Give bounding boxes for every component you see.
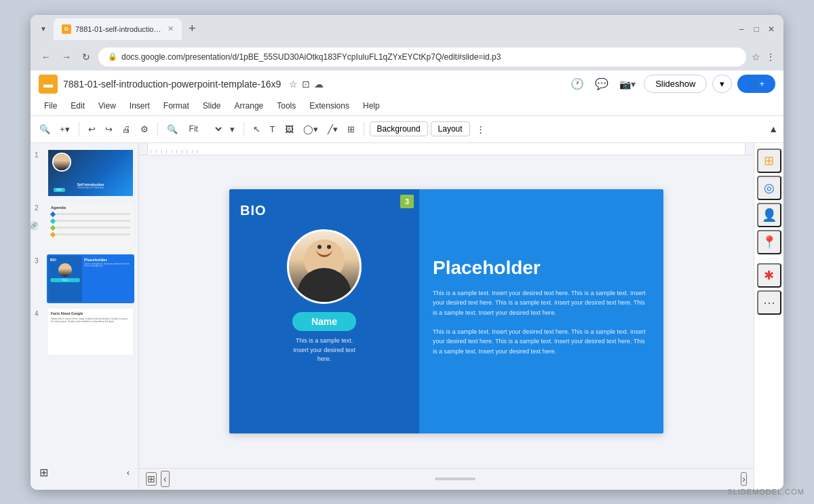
keep-icon-btn[interactable]: ◎ xyxy=(757,176,781,200)
menu-arrange[interactable]: Arrange xyxy=(229,100,269,112)
layout-button[interactable]: Layout xyxy=(431,121,470,136)
browser-window: ▼ G 7881-01-self-introduction-pow... ✕ +… xyxy=(31,15,783,490)
maximize-button[interactable]: □ xyxy=(751,24,762,35)
zoom-out-btn[interactable]: 🔍 xyxy=(36,121,54,137)
menu-tools[interactable]: Tools xyxy=(271,100,301,112)
image-btn[interactable]: 🖼 xyxy=(282,121,297,137)
watermark: SLIDEMODEL.COM xyxy=(727,488,805,496)
star-icon[interactable]: ☆ xyxy=(289,79,298,90)
new-tab-button[interactable]: + xyxy=(185,20,200,37)
slides-panel-bottom: ⊞ ‹ xyxy=(35,461,134,484)
bottom-center xyxy=(435,478,476,480)
slideshow-label: Slideshow xyxy=(655,79,695,89)
share-icon: 👤+ xyxy=(748,79,764,89)
slide-number-1: 1 xyxy=(35,151,44,159)
share-button[interactable]: 👤+ xyxy=(737,75,775,93)
shape-btn[interactable]: ◯▾ xyxy=(300,121,322,137)
tab-close-btn[interactable]: ✕ xyxy=(168,24,174,33)
menu-view[interactable]: View xyxy=(93,100,121,112)
browser-titlebar: ▼ G 7881-01-self-introduction-pow... ✕ +… xyxy=(31,15,783,43)
tab-favicon: G xyxy=(62,24,71,34)
active-tab[interactable]: G 7881-01-self-introduction-pow... ✕ xyxy=(54,18,182,40)
back-button[interactable]: ← xyxy=(39,50,54,64)
explore-icon-btn[interactable]: ⊞ xyxy=(757,149,781,173)
grid-view-bottom-btn[interactable]: ⊞ xyxy=(146,472,157,486)
slide4-title: Facts About Google xyxy=(51,311,130,315)
docs-menu-bar: File Edit View Insert Format Slide Arran… xyxy=(39,96,775,115)
slide-left-panel: BIO 3 xyxy=(229,189,419,433)
slide-number-2: 2 xyxy=(35,204,44,212)
paint-format-btn[interactable]: ⚙ xyxy=(137,121,152,137)
comment-icon-btn[interactable]: 💬 xyxy=(592,76,611,92)
apps-icon-btn[interactable]: ✱ xyxy=(757,263,781,288)
menu-edit[interactable]: Edit xyxy=(65,100,90,112)
prev-slide-btn[interactable]: ‹ xyxy=(123,465,133,480)
present-btn[interactable]: 📷▾ xyxy=(617,77,638,91)
undo-btn[interactable]: ↩ xyxy=(85,121,99,137)
next-slide-btn[interactable]: › xyxy=(741,472,747,486)
print-btn[interactable]: 🖨 xyxy=(119,121,134,137)
bookmark-button[interactable]: ☆ xyxy=(752,52,760,62)
forward-button[interactable]: → xyxy=(59,50,74,64)
toolbar-sep-4 xyxy=(364,122,364,136)
slide-item-3[interactable]: 3 BIO Name Placehold xyxy=(35,254,134,303)
bottom-bar: ⊞ ‹ › xyxy=(139,468,754,490)
menu-file[interactable]: File xyxy=(39,100,62,112)
zoom-dropdown-btn[interactable]: ▾ xyxy=(227,121,238,137)
folder-icon[interactable]: ⊡ xyxy=(302,79,310,90)
slide-item-1[interactable]: 1 Self Introduction PRESENTATION TEMPLAT… xyxy=(35,149,134,197)
history-icon-btn[interactable]: 🕐 xyxy=(568,76,587,92)
menu-format[interactable]: Format xyxy=(158,100,195,112)
slideshow-button[interactable]: Slideshow xyxy=(644,75,707,93)
reload-button[interactable]: ↻ xyxy=(79,50,93,64)
line-btn[interactable]: ╱▾ xyxy=(324,121,341,137)
slide-number-4: 4 xyxy=(35,310,44,317)
menu-extensions[interactable]: Extensions xyxy=(304,100,355,112)
slide1-preview: Self Introduction PRESENTATION TEMPLATE … xyxy=(48,150,133,196)
browser-more-button[interactable]: ⋮ xyxy=(766,52,775,62)
more-sidebar-btn[interactable]: ⋯ xyxy=(757,290,781,315)
background-button[interactable]: Background xyxy=(370,121,428,136)
tasks-icon-btn[interactable]: 👤 xyxy=(757,203,781,227)
calendar-icon-btn[interactable]: 📍 xyxy=(757,230,781,254)
zoom-btn[interactable]: 🔍 xyxy=(163,121,181,137)
more-toolbar-btn[interactable]: ⋮ xyxy=(473,121,488,137)
slideshow-dropdown-btn[interactable]: ▾ xyxy=(712,75,732,93)
main-slide-3[interactable]: BIO 3 xyxy=(229,189,663,433)
slide2-preview: Agenda xyxy=(48,203,133,249)
bio-label: BIO xyxy=(240,203,267,218)
link-btn[interactable]: ⊞ xyxy=(344,121,358,137)
slide-item-4[interactable]: 4 Facts About Google Simply click on a p… xyxy=(35,307,134,356)
menu-slide[interactable]: Slide xyxy=(197,100,227,112)
close-button[interactable]: ✕ xyxy=(766,24,777,35)
slide-canvas[interactable]: BIO 3 xyxy=(139,155,754,468)
prev-slide-bottom-btn[interactable]: ‹ xyxy=(161,471,170,487)
toolbar-sep-2 xyxy=(157,122,158,136)
name-description: This is a sample text. Insert your desir… xyxy=(293,336,355,364)
url-text: docs.google.com/presentation/d/1pBE_55SU… xyxy=(121,52,737,62)
slide-thumb-4[interactable]: Facts About Google Simply click on a pie… xyxy=(47,307,134,356)
menu-insert[interactable]: Insert xyxy=(124,100,155,112)
menu-help[interactable]: Help xyxy=(357,100,385,112)
person-body xyxy=(297,268,351,302)
minimize-button[interactable]: – xyxy=(736,24,747,35)
select-btn[interactable]: ↖ xyxy=(250,121,264,137)
collapse-toolbar-btn[interactable]: ▲ xyxy=(769,123,778,134)
slide-thumb-3[interactable]: BIO Name Placeholder This is a sample te… xyxy=(47,254,134,303)
redo-btn[interactable]: ↪ xyxy=(102,121,116,137)
docs-title-row: ▬ 7881-01-self-introduction-powerpoint-t… xyxy=(39,75,775,94)
window-controls: – □ ✕ xyxy=(736,24,777,35)
editor-area: | | | | | | | | | | xyxy=(139,143,754,490)
docs-file-title: 7881-01-self-introduction-powerpoint-tem… xyxy=(63,79,281,90)
slide-item-2[interactable]: 2 Agenda xyxy=(35,201,134,250)
zoom-select[interactable]: Fit 50% 75% 100% xyxy=(184,122,224,136)
body-text-2: This is a sample text. Insert your desir… xyxy=(433,327,650,356)
text-btn[interactable]: T xyxy=(267,121,279,137)
cloud-icon[interactable]: ☁ xyxy=(314,79,324,90)
add-btn[interactable]: +▾ xyxy=(56,121,73,137)
slide-thumb-1[interactable]: Self Introduction PRESENTATION TEMPLATE … xyxy=(47,149,134,197)
address-bar[interactable]: 🔒 docs.google.com/presentation/d/1pBE_55… xyxy=(98,47,746,66)
slide-thumb-2[interactable]: Agenda xyxy=(47,201,134,250)
grid-view-btn[interactable]: ⊞ xyxy=(36,463,52,482)
tab-dropdown-btn[interactable]: ▼ xyxy=(37,24,50,34)
